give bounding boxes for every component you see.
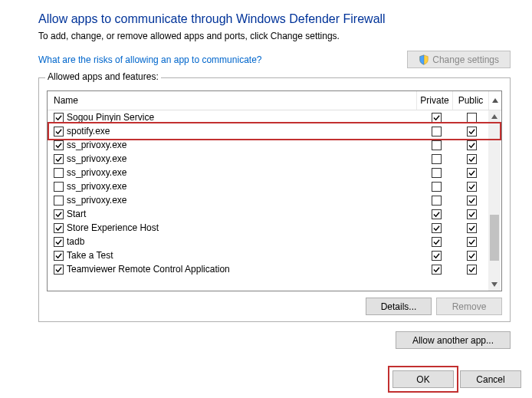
private-checkbox[interactable] [432, 127, 442, 137]
app-name-label: ss_privoxy.exe [67, 153, 126, 164]
table-row[interactable]: tadb [48, 235, 501, 248]
scroll-thumb[interactable] [490, 215, 499, 261]
scroll-up-button[interactable] [488, 110, 501, 123]
details-button[interactable]: Details... [366, 298, 432, 315]
public-checkbox[interactable] [467, 223, 477, 233]
apps-listview[interactable]: Name Private Public Sogou Pinyin Service… [47, 90, 502, 291]
public-checkbox[interactable] [467, 209, 477, 219]
app-name-label: Start [67, 209, 86, 219]
column-sort-indicator[interactable] [488, 91, 501, 110]
table-row[interactable]: ss_privoxy.exe [48, 179, 501, 193]
table-row[interactable]: Start [48, 207, 501, 221]
page-title: Allow apps to communicate through Window… [38, 12, 511, 26]
public-checkbox[interactable] [467, 182, 477, 192]
scroll-down-button[interactable] [488, 278, 501, 291]
private-checkbox[interactable] [432, 140, 442, 150]
enable-checkbox[interactable] [54, 251, 64, 261]
private-checkbox[interactable] [432, 168, 442, 178]
change-settings-button[interactable]: Change settings [407, 51, 511, 68]
table-row[interactable]: ss_privoxy.exe [48, 138, 501, 152]
public-checkbox[interactable] [467, 168, 477, 178]
dialog-footer: OK Cancel [392, 370, 521, 388]
allow-another-app-button[interactable]: Allow another app... [396, 331, 511, 349]
table-row[interactable]: ss_privoxy.exe [48, 166, 501, 179]
private-checkbox[interactable] [432, 251, 442, 261]
public-checkbox[interactable] [467, 140, 477, 150]
table-row[interactable]: Teamviewer Remote Control Application [48, 262, 501, 276]
risks-link[interactable]: What are the risks of allowing an app to… [38, 54, 261, 65]
page-subtitle: To add, change, or remove allowed apps a… [38, 31, 511, 41]
column-header-private[interactable]: Private [416, 91, 452, 110]
enable-checkbox[interactable] [54, 182, 64, 192]
app-name-label: Sogou Pinyin Service [67, 112, 154, 123]
allowed-apps-groupbox: Allowed apps and features: Name Private … [38, 77, 511, 322]
shield-icon [419, 54, 429, 65]
app-name-label: Take a Test [67, 250, 113, 261]
enable-checkbox[interactable] [54, 209, 64, 219]
public-checkbox[interactable] [467, 154, 477, 164]
listview-header: Name Private Public [48, 91, 501, 110]
enable-checkbox[interactable] [54, 196, 64, 206]
table-row[interactable]: Sogou Pinyin Service [48, 110, 501, 124]
public-checkbox[interactable] [467, 237, 477, 247]
column-header-name[interactable]: Name [48, 95, 416, 106]
private-checkbox[interactable] [432, 196, 442, 206]
app-name-label: Store Experience Host [67, 222, 159, 233]
scroll-track[interactable] [488, 123, 501, 278]
public-checkbox[interactable] [467, 113, 477, 123]
private-checkbox[interactable] [432, 237, 442, 247]
app-name-label: ss_privoxy.exe [67, 195, 126, 206]
table-row[interactable]: Take a Test [48, 248, 501, 262]
app-name-label: ss_privoxy.exe [67, 181, 126, 192]
ok-button[interactable]: OK [392, 370, 454, 388]
remove-button[interactable]: Remove [436, 298, 502, 315]
public-checkbox[interactable] [467, 251, 477, 261]
enable-checkbox[interactable] [54, 140, 64, 150]
table-row[interactable]: ss_privoxy.exe [48, 152, 501, 166]
enable-checkbox[interactable] [54, 223, 64, 233]
scrollbar[interactable] [488, 110, 501, 291]
app-name-label: ss_privoxy.exe [67, 140, 126, 150]
enable-checkbox[interactable] [54, 168, 64, 178]
groupbox-label: Allowed apps and features: [45, 71, 161, 82]
table-row[interactable]: spotify.exe [48, 124, 501, 138]
app-name-label: Teamviewer Remote Control Application [67, 264, 230, 275]
table-row[interactable]: ss_privoxy.exe [48, 193, 501, 207]
private-checkbox[interactable] [432, 209, 442, 219]
enable-checkbox[interactable] [54, 154, 64, 164]
private-checkbox[interactable] [432, 154, 442, 164]
private-checkbox[interactable] [432, 113, 442, 123]
app-name-label: tadb [67, 236, 84, 247]
app-name-label: spotify.exe [67, 126, 110, 137]
enable-checkbox[interactable] [54, 127, 64, 137]
app-name-label: ss_privoxy.exe [67, 167, 126, 178]
enable-checkbox[interactable] [54, 237, 64, 247]
column-header-public[interactable]: Public [452, 91, 488, 110]
cancel-button[interactable]: Cancel [460, 370, 521, 388]
enable-checkbox[interactable] [54, 265, 64, 275]
public-checkbox[interactable] [467, 127, 477, 137]
enable-checkbox[interactable] [54, 113, 64, 123]
change-settings-label: Change settings [432, 54, 499, 65]
private-checkbox[interactable] [432, 182, 442, 192]
public-checkbox[interactable] [467, 196, 477, 206]
table-row[interactable]: Store Experience Host [48, 221, 501, 235]
public-checkbox[interactable] [467, 265, 477, 275]
private-checkbox[interactable] [432, 223, 442, 233]
private-checkbox[interactable] [432, 265, 442, 275]
